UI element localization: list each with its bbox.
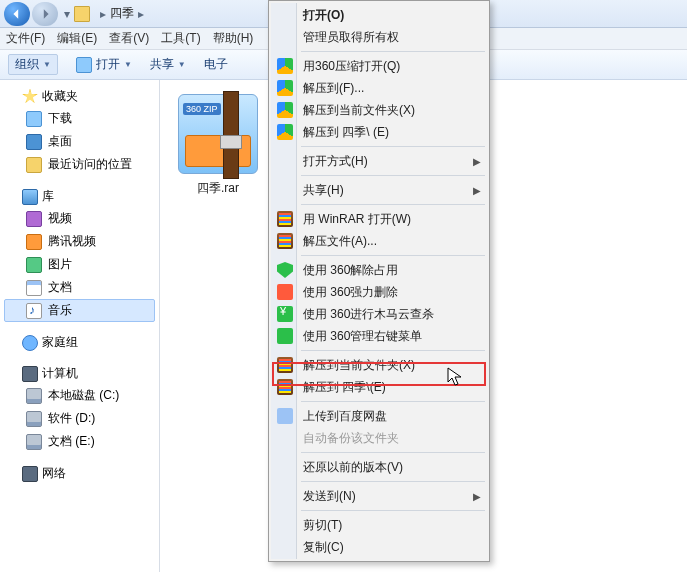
- sidebar-item-label: 本地磁盘 (C:): [48, 387, 119, 404]
- ctx-label: 用360压缩打开(Q): [303, 58, 400, 75]
- sidebar-item-label: 桌面: [48, 133, 72, 150]
- sidebar-network[interactable]: 网络: [4, 463, 155, 484]
- separator: [301, 255, 485, 256]
- sidebar-item-label: 图片: [48, 256, 72, 273]
- ctx-upload-baidu[interactable]: 上传到百度网盘: [271, 405, 487, 427]
- winrar-icon: [277, 233, 293, 249]
- toolbar-open[interactable]: 打开▼: [76, 56, 132, 73]
- menu-file[interactable]: 文件(F): [6, 30, 45, 47]
- chevron-down-icon[interactable]: ▾: [64, 7, 70, 21]
- ctx-360-forcedel[interactable]: 使用 360强力删除: [271, 281, 487, 303]
- sidebar-libraries[interactable]: 库: [4, 186, 155, 207]
- cloud-icon: [277, 408, 293, 424]
- sidebar-item-label: 计算机: [42, 365, 78, 382]
- ctx-360-unlock[interactable]: 使用 360解除占用: [271, 259, 487, 281]
- sidebar-item-recent[interactable]: 最近访问的位置: [4, 153, 155, 176]
- sidebar-item-music[interactable]: 音乐: [4, 299, 155, 322]
- context-menu: 打开(O) 管理员取得所有权 用360压缩打开(Q) 解压到(F)... 解压到…: [268, 0, 490, 562]
- arrow-left-icon: [11, 8, 23, 20]
- breadcrumb-current[interactable]: 四季: [110, 5, 134, 22]
- sidebar-item-drive-c[interactable]: 本地磁盘 (C:): [4, 384, 155, 407]
- sidebar-computer[interactable]: 计算机: [4, 363, 155, 384]
- ctx-label: 管理员取得所有权: [303, 29, 399, 46]
- ctx-360-scan[interactable]: 使用 360进行木马云查杀: [271, 303, 487, 325]
- sidebar-item-desktop[interactable]: 桌面: [4, 130, 155, 153]
- toolbar-organize-label: 组织: [15, 56, 39, 73]
- ctx-extract-here-winrar[interactable]: 解压到当前文件夹(X): [271, 354, 487, 376]
- separator: [301, 175, 485, 176]
- tencent-icon: [26, 234, 42, 250]
- winrar-icon: [277, 357, 293, 373]
- ctx-open-360zip[interactable]: 用360压缩打开(Q): [271, 55, 487, 77]
- desktop-icon: [26, 134, 42, 150]
- menu-tools[interactable]: 工具(T): [161, 30, 200, 47]
- ctx-extract-files[interactable]: 解压文件(A)...: [271, 230, 487, 252]
- sidebar-item-videos[interactable]: 视频: [4, 207, 155, 230]
- ctx-open[interactable]: 打开(O): [271, 4, 487, 26]
- ctx-extract-to-folder-winrar[interactable]: 解压到 四季\(E): [271, 376, 487, 398]
- ctx-label: 还原以前的版本(V): [303, 459, 403, 476]
- menu-help[interactable]: 帮助(H): [213, 30, 254, 47]
- ctx-label: 自动备份该文件夹: [303, 430, 399, 447]
- ctx-run-as-admin[interactable]: 管理员取得所有权: [271, 26, 487, 48]
- ctx-label: 解压到 四季\(E): [303, 379, 386, 396]
- ctx-copy[interactable]: 复制(C): [271, 536, 487, 558]
- sidebar-homegroup[interactable]: 家庭组: [4, 332, 155, 353]
- sidebar-favorites-group: 收藏夹 下载 桌面 最近访问的位置: [4, 86, 155, 176]
- homegroup-icon: [22, 335, 38, 351]
- ctx-label: 使用 360强力删除: [303, 284, 398, 301]
- sidebar-item-label: 家庭组: [42, 334, 78, 351]
- ctx-cut[interactable]: 剪切(T): [271, 514, 487, 536]
- nav-back-button[interactable]: [4, 2, 30, 26]
- sidebar-item-drive-e[interactable]: 文档 (E:): [4, 430, 155, 453]
- sidebar-network-group: 网络: [4, 463, 155, 484]
- ctx-label: 剪切(T): [303, 517, 342, 534]
- separator: [301, 350, 485, 351]
- drive-icon: [26, 411, 42, 427]
- video-icon: [26, 211, 42, 227]
- ctx-auto-backup: 自动备份该文件夹: [271, 427, 487, 449]
- toolbar-share[interactable]: 共享▼: [150, 56, 186, 73]
- sidebar-item-pictures[interactable]: 图片: [4, 253, 155, 276]
- ctx-send-to[interactable]: 发送到(N)▶: [271, 485, 487, 507]
- 360zip-icon: [277, 58, 293, 74]
- sidebar-item-documents[interactable]: 文档: [4, 276, 155, 299]
- sidebar-item-label: 腾讯视频: [48, 233, 96, 250]
- ctx-label: 使用 360进行木马云查杀: [303, 306, 434, 323]
- sidebar-item-tencent[interactable]: 腾讯视频: [4, 230, 155, 253]
- separator: [301, 51, 485, 52]
- arrow-right-icon: [39, 8, 51, 20]
- submenu-arrow-icon: ▶: [473, 156, 481, 167]
- ctx-label: 共享(H): [303, 182, 344, 199]
- ctx-360-menu[interactable]: 使用 360管理右键菜单: [271, 325, 487, 347]
- sidebar-item-label: 文档 (E:): [48, 433, 95, 450]
- file-item[interactable]: 360 ZIP 四季.rar: [170, 94, 266, 197]
- toolbar-email[interactable]: 电子: [204, 56, 228, 73]
- open-icon: [76, 57, 92, 73]
- ctx-open-winrar[interactable]: 用 WinRAR 打开(W): [271, 208, 487, 230]
- ctx-label: 打开(O): [303, 7, 344, 24]
- sidebar-favorites[interactable]: 收藏夹: [4, 86, 155, 107]
- chevron-right-icon[interactable]: ▸: [138, 7, 144, 21]
- breadcrumb-sep: ▸: [100, 7, 106, 21]
- sidebar-item-downloads[interactable]: 下载: [4, 107, 155, 130]
- nav-forward-button[interactable]: [32, 2, 58, 26]
- ctx-prev-versions[interactable]: 还原以前的版本(V): [271, 456, 487, 478]
- ctx-open-with[interactable]: 打开方式(H)▶: [271, 150, 487, 172]
- ctx-label: 复制(C): [303, 539, 344, 556]
- sidebar-item-label: 最近访问的位置: [48, 156, 132, 173]
- sidebar-item-drive-d[interactable]: 软件 (D:): [4, 407, 155, 430]
- delete-icon: [277, 284, 293, 300]
- sidebar-item-label: 视频: [48, 210, 72, 227]
- ctx-extract-to-folder[interactable]: 解压到 四季\ (E): [271, 121, 487, 143]
- menu-edit[interactable]: 编辑(E): [57, 30, 97, 47]
- ctx-extract-to[interactable]: 解压到(F)...: [271, 77, 487, 99]
- ctx-share[interactable]: 共享(H)▶: [271, 179, 487, 201]
- ctx-label: 上传到百度网盘: [303, 408, 387, 425]
- menu-view[interactable]: 查看(V): [109, 30, 149, 47]
- toolbar-organize[interactable]: 组织▼: [8, 54, 58, 75]
- winrar-icon: [277, 211, 293, 227]
- ctx-extract-here[interactable]: 解压到当前文件夹(X): [271, 99, 487, 121]
- winrar-icon: [277, 379, 293, 395]
- ctx-label: 解压到(F)...: [303, 80, 364, 97]
